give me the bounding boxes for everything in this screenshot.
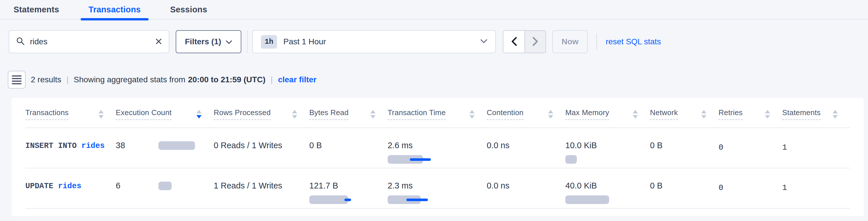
- tab-label: Transactions: [88, 5, 141, 14]
- sql-statement-text: UPDATE: [25, 182, 53, 190]
- menu-lines-icon: [11, 74, 22, 86]
- sort-arrows-icon[interactable]: [548, 110, 553, 119]
- max-memory-cell: 10.0 KiB: [565, 128, 650, 168]
- column-selector-button[interactable]: [8, 71, 26, 89]
- next-interval-button[interactable]: [524, 31, 546, 53]
- transaction-time-stddev-bar: [410, 158, 431, 161]
- column-header-transaction-time[interactable]: Transaction Time: [388, 98, 487, 128]
- execution-count-value: 6: [116, 181, 158, 190]
- time-range-picker[interactable]: 1h Past 1 Hour: [252, 30, 496, 53]
- sql-statement-text: INSERT INTO: [25, 141, 76, 150]
- table-header-row: Transactions Execution Count Rows Proces…: [25, 98, 850, 128]
- tab-label: Sessions: [170, 5, 207, 14]
- tab-sessions[interactable]: Sessions: [162, 0, 215, 19]
- retries-value: 0: [718, 181, 723, 192]
- statements-cell: 1: [782, 128, 850, 168]
- column-header-label: Rows Processed: [214, 108, 271, 120]
- column-header-label: Transaction Time: [388, 108, 446, 120]
- column-header-label: Statements: [782, 108, 821, 120]
- bytes-read-value: 121.7 B: [309, 181, 338, 190]
- time-range-label: Past 1 Hour: [283, 37, 474, 46]
- sort-arrows-icon[interactable]: [292, 110, 297, 119]
- sort-arrows-icon[interactable]: [765, 110, 770, 119]
- column-header-label: Max Memory: [565, 108, 609, 120]
- transaction-time-cell: 2.6 ms: [388, 128, 487, 168]
- transaction-fingerprint-cell: UPDATE rides: [25, 168, 116, 208]
- toolbar-divider: [247, 30, 248, 53]
- statements-value: 1: [782, 141, 787, 152]
- search-icon: [16, 37, 25, 46]
- separator: |: [271, 75, 273, 84]
- close-icon: [156, 38, 162, 45]
- execution-count-bar: [158, 141, 195, 150]
- search-input[interactable]: [30, 37, 150, 46]
- transaction-link[interactable]: rides: [58, 182, 81, 190]
- column-header-execution-count[interactable]: Execution Count: [116, 98, 214, 128]
- sort-arrows-icon[interactable]: [469, 110, 475, 119]
- sort-arrows-icon[interactable]: [370, 110, 376, 119]
- results-count: 2 results: [31, 75, 61, 84]
- toolbar: Filters (1) 1h Past 1 Hour Now reset SQL…: [9, 30, 859, 53]
- column-header-contention[interactable]: Contention: [487, 98, 565, 128]
- column-header-transactions[interactable]: Transactions: [25, 98, 116, 128]
- max-memory-value: 10.0 KiB: [565, 141, 597, 150]
- execution-count-bar: [158, 182, 172, 190]
- now-button[interactable]: Now: [552, 30, 588, 53]
- search-box[interactable]: [9, 30, 169, 53]
- time-nav-group: [503, 30, 546, 53]
- tab-transactions[interactable]: Transactions: [81, 0, 148, 19]
- column-header-max-memory[interactable]: Max Memory: [565, 98, 650, 128]
- retries-cell: 0: [718, 128, 782, 168]
- sort-arrows-icon[interactable]: [633, 110, 638, 119]
- column-header-retries[interactable]: Retries: [718, 98, 782, 128]
- column-header-label: Bytes Read: [309, 108, 348, 120]
- previous-interval-button[interactable]: [503, 31, 524, 53]
- execution-count-value: 38: [116, 141, 158, 150]
- retries-value: 0: [718, 141, 723, 152]
- transaction-time-stddev-bar: [406, 198, 428, 201]
- transaction-time-value: 2.3 ms: [388, 181, 413, 190]
- sort-arrows-icon[interactable]: [196, 110, 202, 119]
- toolbar-divider: [596, 33, 597, 50]
- table-row: UPDATE rides 6 1 Reads / 1 Writes 121.7 …: [25, 168, 850, 208]
- chevron-right-icon: [532, 37, 538, 47]
- bytes-read-cell: 0 B: [309, 128, 388, 168]
- bytes-read-value: 0 B: [309, 141, 322, 150]
- column-header-network[interactable]: Network: [650, 98, 718, 128]
- sql-activity-tabs: Statements Transactions Sessions: [0, 0, 868, 20]
- statements-value: 1: [782, 181, 787, 192]
- filters-button-label: Filters (1): [185, 37, 221, 46]
- sort-arrows-icon[interactable]: [833, 110, 838, 119]
- tab-statements[interactable]: Statements: [6, 0, 67, 19]
- reset-sql-stats-link[interactable]: reset SQL stats: [606, 37, 661, 46]
- column-header-label: Contention: [487, 108, 524, 120]
- column-header-rows-processed[interactable]: Rows Processed: [214, 98, 309, 128]
- clear-search-button[interactable]: [156, 38, 162, 45]
- column-header-label: Retries: [718, 108, 743, 120]
- transactions-table-card: Transactions Execution Count Rows Proces…: [11, 98, 864, 216]
- statements-cell: 1: [782, 168, 850, 208]
- execution-count-cell: 38: [116, 128, 214, 168]
- rows-processed-cell: 0 Reads / 1 Writes: [214, 128, 309, 168]
- bytes-read-stddev-bar: [344, 198, 351, 201]
- retries-cell: 0: [718, 168, 782, 208]
- bytes-read-cell: 121.7 B: [309, 168, 388, 208]
- aggregation-window-text: Showing aggregated stats from 20:00 to 2…: [74, 75, 266, 84]
- column-header-bytes-read[interactable]: Bytes Read: [309, 98, 388, 128]
- transaction-fingerprint-cell: INSERT INTO rides: [25, 128, 116, 168]
- clear-filter-link[interactable]: clear filter: [278, 75, 316, 84]
- contention-cell: 0.0 ns: [487, 128, 565, 168]
- table-row: INSERT INTO rides 38 0 Reads / 1 Writes …: [25, 128, 850, 168]
- aggregation-window-prefix: Showing aggregated stats from: [74, 75, 185, 84]
- network-cell: 0 B: [650, 128, 718, 168]
- sort-arrows-icon[interactable]: [98, 110, 104, 119]
- column-header-statements[interactable]: Statements: [782, 98, 850, 128]
- contention-cell: 0.0 ns: [487, 168, 565, 208]
- filters-button[interactable]: Filters (1): [176, 30, 241, 53]
- chevron-left-icon: [511, 37, 517, 47]
- transaction-time-cell: 2.3 ms: [388, 168, 487, 208]
- transaction-time-value: 2.6 ms: [388, 141, 413, 150]
- transaction-link[interactable]: rides: [81, 141, 104, 150]
- sort-arrows-icon[interactable]: [701, 110, 707, 119]
- column-header-label: Execution Count: [116, 108, 172, 120]
